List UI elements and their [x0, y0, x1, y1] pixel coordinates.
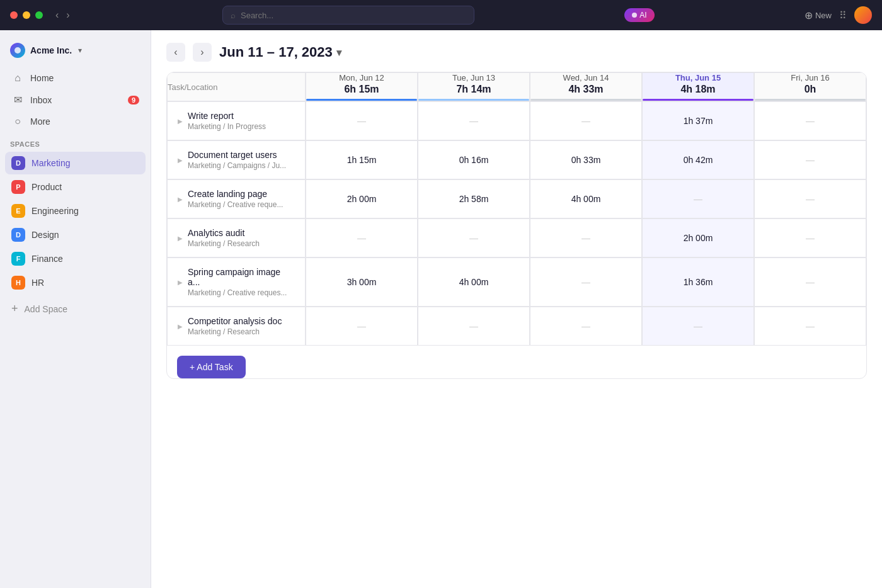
- sidebar-item-more[interactable]: ○ More: [5, 111, 146, 132]
- expand-icon[interactable]: ▶: [178, 235, 183, 242]
- table-row: ▶ Spring campaign image a... Marketing /…: [167, 257, 866, 307]
- back-button[interactable]: ‹: [53, 8, 61, 22]
- task-time-wed: —: [530, 101, 642, 140]
- workspace-header[interactable]: Acme Inc. ▾: [0, 38, 151, 68]
- inbox-badge: 9: [128, 96, 139, 105]
- date-range-text: Jun 11 – 17, 2023: [219, 44, 333, 60]
- thu-header: Thu, Jun 15 4h 18m: [642, 72, 754, 101]
- sidebar-item-inbox[interactable]: ✉ Inbox 9: [5, 89, 146, 110]
- task-name[interactable]: Create landing page: [188, 189, 283, 199]
- space-label-hr: HR: [32, 278, 44, 288]
- close-window-button[interactable]: [10, 11, 18, 19]
- table-row: ▶ Create landing page Marketing / Creati…: [167, 179, 866, 218]
- sidebar-nav: ⌂ Home ✉ Inbox 9 ○ More: [0, 68, 151, 133]
- task-name[interactable]: Write report: [188, 111, 266, 121]
- avatar[interactable]: [854, 6, 872, 24]
- task-time-mon: 3h 00m: [306, 257, 418, 307]
- space-label-marketing: Marketing: [32, 158, 70, 168]
- home-icon: ⌂: [11, 72, 24, 84]
- task-name[interactable]: Analytics audit: [188, 228, 260, 238]
- wed-bar: [530, 99, 641, 101]
- task-time-fri: —: [754, 307, 866, 346]
- sidebar-item-marketing[interactable]: D Marketing: [5, 152, 146, 174]
- space-avatar-product: P: [11, 180, 25, 194]
- space-avatar-design: D: [11, 228, 25, 242]
- time-table: Task/Location Mon, Jun 12 6h 15m Tue, Ju…: [166, 72, 867, 379]
- sidebar-item-home[interactable]: ⌂ Home: [5, 68, 146, 88]
- sidebar-item-engineering[interactable]: E Engineering: [5, 200, 146, 222]
- prev-week-button[interactable]: ‹: [166, 43, 185, 62]
- task-location: Marketing / Campaigns / Ju...: [188, 161, 286, 170]
- space-avatar-engineering: E: [11, 204, 25, 218]
- more-icon: ○: [11, 116, 24, 127]
- next-week-button[interactable]: ›: [193, 43, 212, 62]
- task-time-mon: —: [306, 218, 418, 257]
- task-time-thu: 1h 37m: [642, 101, 754, 140]
- search-input[interactable]: [241, 11, 466, 20]
- expand-icon[interactable]: ▶: [178, 323, 183, 330]
- grid-icon[interactable]: ⠿: [839, 9, 847, 21]
- date-range[interactable]: Jun 11 – 17, 2023 ▾: [219, 44, 341, 60]
- fri-day-name: Fri, Jun 16: [755, 73, 866, 82]
- fullscreen-window-button[interactable]: [35, 11, 43, 19]
- sidebar-item-hr[interactable]: H HR: [5, 271, 146, 294]
- mon-header: Mon, Jun 12 6h 15m: [306, 72, 418, 101]
- task-time-thu: 1h 36m: [642, 257, 754, 307]
- add-task-button[interactable]: + Add Task: [177, 356, 246, 378]
- task-time-tue: —: [418, 307, 530, 346]
- task-location-label: Task/Location: [168, 82, 218, 92]
- mon-bar: [306, 99, 417, 101]
- search-bar[interactable]: ⌕: [222, 6, 474, 25]
- task-info-cell: ▶ Create landing page Marketing / Creati…: [167, 179, 306, 218]
- mon-day-name: Mon, Jun 12: [306, 73, 417, 82]
- task-time-mon: 2h 00m: [306, 179, 418, 218]
- task-time-thu: 0h 42m: [642, 140, 754, 179]
- task-time-fri: —: [754, 140, 866, 179]
- sidebar: Acme Inc. ▾ ⌂ Home ✉ Inbox 9 ○ More Spa: [0, 30, 151, 588]
- task-time-wed: 4h 00m: [530, 179, 642, 218]
- table-row: ▶ Write report Marketing / In Progress —…: [167, 101, 866, 140]
- sidebar-item-product[interactable]: P Product: [5, 176, 146, 198]
- wed-day-name: Wed, Jun 14: [530, 73, 641, 82]
- add-space-button[interactable]: + Add Space: [5, 298, 146, 320]
- fri-hours: 0h: [755, 84, 866, 95]
- workspace-logo: [10, 43, 25, 58]
- task-info-cell: ▶ Competitor analysis doc Marketing / Re…: [167, 307, 306, 346]
- ai-button[interactable]: AI: [624, 8, 654, 22]
- forward-button[interactable]: ›: [64, 8, 72, 22]
- chevron-down-icon: ▾: [78, 46, 82, 55]
- sidebar-item-design[interactable]: D Design: [5, 223, 146, 246]
- expand-icon[interactable]: ▶: [178, 157, 183, 164]
- sidebar-item-finance[interactable]: F Finance: [5, 247, 146, 270]
- space-label-product: Product: [32, 182, 62, 192]
- task-time-tue: 0h 16m: [418, 140, 530, 179]
- task-location: Marketing / Creative reques...: [188, 288, 295, 297]
- task-time-fri: —: [754, 179, 866, 218]
- task-location: Marketing / In Progress: [188, 122, 266, 131]
- task-name[interactable]: Competitor analysis doc: [188, 316, 282, 326]
- ai-label: AI: [639, 11, 646, 20]
- task-name[interactable]: Spring campaign image a...: [188, 267, 295, 287]
- ai-dot-icon: [632, 13, 637, 18]
- wed-header: Wed, Jun 14 4h 33m: [530, 72, 642, 101]
- workspace-name: Acme Inc.: [30, 45, 72, 55]
- task-location: Marketing / Research: [188, 239, 260, 248]
- space-avatar-finance: F: [11, 252, 25, 266]
- space-label-finance: Finance: [32, 254, 63, 264]
- expand-icon[interactable]: ▶: [178, 196, 183, 203]
- task-info-cell: ▶ Document target users Marketing / Camp…: [167, 140, 306, 179]
- tue-day-name: Tue, Jun 13: [418, 73, 529, 82]
- task-info-cell: ▶ Write report Marketing / In Progress: [167, 101, 306, 140]
- mon-hours: 6h 15m: [306, 84, 417, 95]
- new-button[interactable]: ⊕ New: [805, 9, 832, 21]
- task-time-thu: —: [642, 179, 754, 218]
- minimize-window-button[interactable]: [23, 11, 30, 19]
- thu-bar: [643, 99, 753, 101]
- expand-icon[interactable]: ▶: [178, 118, 183, 125]
- expand-icon[interactable]: ▶: [178, 279, 183, 286]
- task-time-fri: —: [754, 257, 866, 307]
- table-row: ▶ Competitor analysis doc Marketing / Re…: [167, 307, 866, 346]
- space-avatar-hr: H: [11, 276, 25, 290]
- task-time-thu: 2h 00m: [642, 218, 754, 257]
- task-name[interactable]: Document target users: [188, 150, 286, 160]
